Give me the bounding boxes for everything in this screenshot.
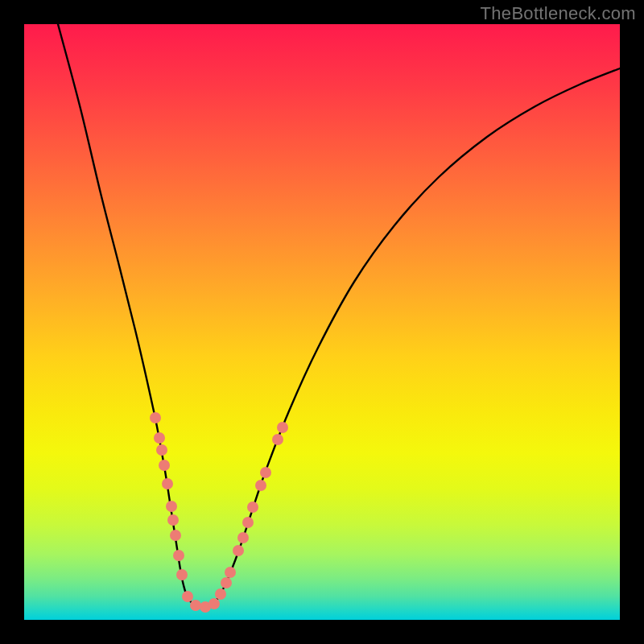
plot-area (24, 24, 620, 620)
data-marker (208, 598, 220, 609)
data-marker (221, 577, 232, 588)
data-marker (260, 467, 271, 478)
curve-svg (24, 24, 620, 620)
data-marker (182, 591, 193, 602)
data-marker (154, 432, 165, 444)
data-marker (159, 460, 170, 471)
data-marker (233, 545, 244, 556)
data-marker (156, 444, 167, 456)
data-marker (242, 517, 254, 528)
data-marker (272, 434, 283, 445)
data-marker (247, 502, 258, 513)
data-marker (170, 530, 181, 541)
data-marker (225, 567, 236, 578)
data-marker (255, 480, 266, 491)
data-marker (166, 501, 177, 512)
data-marker (150, 412, 161, 423)
data-marker (162, 478, 173, 489)
data-marker (277, 422, 288, 433)
data-marker (167, 514, 179, 526)
bottleneck-curve (58, 24, 620, 608)
chart-frame: TheBottleneck.com (0, 0, 644, 644)
data-marker (190, 600, 201, 611)
data-marker (237, 532, 249, 543)
data-marker (176, 569, 188, 580)
data-marker (173, 550, 184, 561)
watermark-text: TheBottleneck.com (481, 3, 636, 24)
data-marker (215, 588, 226, 600)
